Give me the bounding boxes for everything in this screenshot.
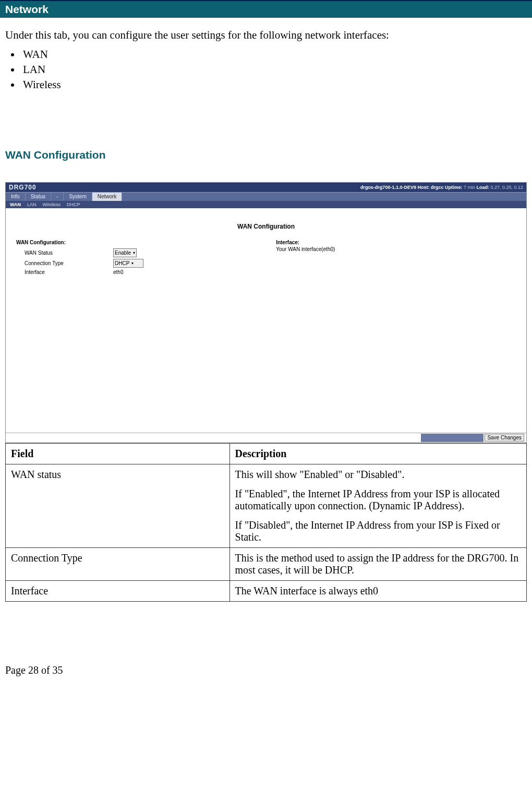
row-interface: Interface eth0 [25,269,276,275]
tab-dash[interactable]: - [51,193,64,201]
table-row: WAN status This will show "Enabled" or "… [6,464,527,547]
th-field: Field [6,443,230,464]
form-left-heading: WAN Configuration: [16,240,276,245]
list-item: Wireless [21,78,532,91]
tab-info[interactable]: Info [6,193,26,201]
router-footer-bar [421,434,483,442]
field-description-table: Field Description WAN status This will s… [5,443,527,602]
cell-field: Interface [6,580,230,601]
router-statusline: drgos-drg700-1.1.0-DEV9 Host: drgcc Upti… [360,185,523,190]
cell-desc: The WAN interface is always eth0 [229,580,526,601]
subtab-wireless[interactable]: Wireless [40,201,64,208]
banner-title: Network [5,3,49,15]
save-changes-button[interactable]: Save Changes [485,434,524,441]
th-description: Description [229,443,526,464]
subsection-heading: WAN Configuration [5,149,527,161]
label-conn-type: Connection Type [25,260,113,266]
router-page-title: WAN Configuration [6,223,526,230]
desc-para: This is the method used to assign the IP… [235,552,521,576]
form-right-heading: Interface: [276,240,516,245]
router-topbar: DRG700 drgos-drg700-1.1.0-DEV9 Host: drg… [6,183,526,192]
value-interface: eth0 [113,269,123,275]
section-banner: Network [0,0,532,18]
tab-network[interactable]: Network [92,193,123,201]
select-conn-type[interactable]: DHCP [113,259,143,268]
router-subnav: WAN LAN Wireless DHCP [6,201,526,208]
router-footer: Save Changes [6,433,526,443]
label-interface: Interface [25,269,113,275]
desc-para: If "Enabled", the Internet IP Address fr… [235,488,521,512]
router-brand: DRG700 [9,184,37,191]
router-form-left: WAN Configuration: WAN Status Enable Con… [16,240,276,277]
list-item: WAN [21,48,532,61]
subtab-dhcp[interactable]: DHCP [64,201,83,208]
status-load: 0.27, 0.25, 0.12 [489,185,523,190]
intro-text: Under this tab, you can configure the us… [0,18,532,46]
cell-desc: This is the method used to assign the IP… [229,547,526,580]
wan-config-screenshot: DRG700 drgos-drg700-1.1.0-DEV9 Host: drg… [5,182,527,443]
desc-para: The WAN interface is always eth0 [235,585,521,597]
row-wan-status: WAN Status Enable [25,248,276,257]
row-conn-type: Connection Type DHCP [25,259,276,268]
router-form-right: Interface: Your WAN interface(eth0) [276,240,516,277]
table-row: Interface The WAN interface is always et… [6,580,527,601]
status-load-label: Load: [476,185,489,190]
tab-system[interactable]: System [64,193,92,201]
desc-para: This will show "Enabled" or "Disabled". [235,469,521,481]
cell-desc: This will show "Enabled" or "Disabled". … [229,464,526,547]
tab-status[interactable]: Status [26,193,51,201]
router-mainnav: Info Status - System Network [6,192,526,201]
table-row: Connection Type This is the method used … [6,547,527,580]
desc-para: If "Disabled", the Internet IP Address f… [235,519,521,543]
cell-field: Connection Type [6,547,230,580]
interface-list: WAN LAN Wireless [10,48,532,91]
label-wan-status: WAN Status [25,250,113,256]
list-item: LAN [21,63,532,76]
select-wan-status[interactable]: Enable [113,248,137,257]
router-form: WAN Configuration: WAN Status Enable Con… [6,240,526,277]
status-uptime: 7 min [462,185,476,190]
form-right-text: Your WAN interface(eth0) [276,246,516,252]
subtab-wan[interactable]: WAN [7,201,24,208]
cell-field: WAN status [6,464,230,547]
status-prefix: drgos-drg700-1.1.0-DEV9 Host: drgcc Upti… [360,185,463,190]
page-number-footer: Page 28 of 35 [5,664,527,676]
subtab-lan[interactable]: LAN [24,201,40,208]
